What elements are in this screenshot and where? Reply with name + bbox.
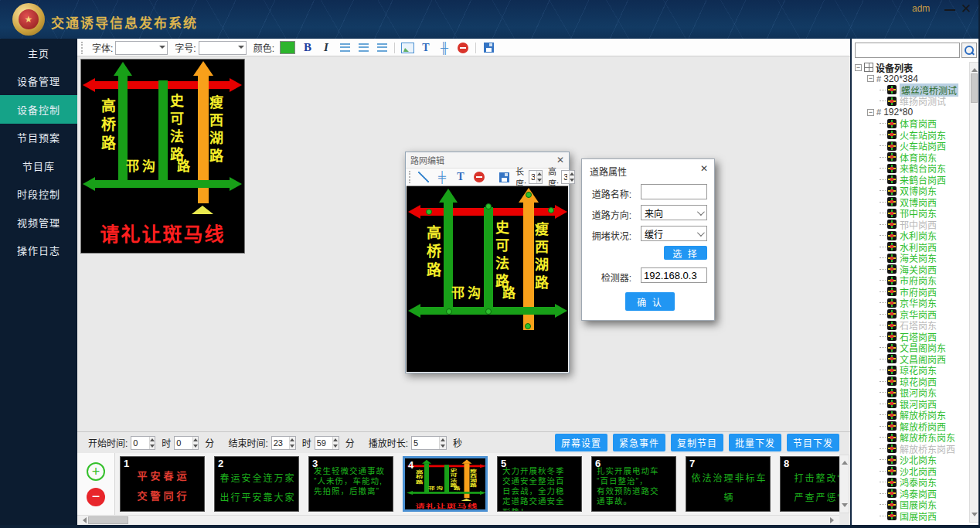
playlist-item[interactable]: 扎实开展电动车“百日整治”，有效预防道路交通事故。6 — [591, 456, 676, 512]
device-search-button[interactable] — [961, 43, 977, 58]
close-icon[interactable]: ✕ — [556, 155, 564, 165]
road-name-field[interactable] — [641, 184, 707, 199]
duration-input[interactable] — [412, 437, 439, 449]
italic-button[interactable]: I — [319, 41, 333, 55]
select-button[interactable]: 选 择 — [664, 246, 707, 260]
playlist-item[interactable]: 打击整改“灯严查严惩“机8 — [780, 456, 839, 512]
action-button[interactable]: 紧急事件 — [613, 434, 665, 451]
draw-line-button[interactable] — [417, 170, 430, 184]
close-icon[interactable]: ✕ — [700, 163, 708, 174]
spin-up-icon[interactable] — [193, 437, 199, 443]
device-search-input[interactable] — [855, 43, 960, 58]
playlist-item-text: 扎实开展电动车“百日整治”，有效预防道路交通事故。 — [592, 457, 675, 511]
road-button[interactable]: ╪ — [435, 170, 449, 184]
road-direction-select[interactable]: 来向 — [641, 205, 707, 220]
detector-field[interactable] — [641, 267, 707, 283]
length-input[interactable] — [529, 171, 536, 183]
collapse-toggle[interactable]: − — [867, 75, 874, 82]
congestion-select[interactable]: 缓行 — [641, 226, 707, 241]
sidebar-item[interactable]: 主页 — [0, 39, 77, 67]
device-tree-item[interactable]: 维扬岗测试 — [853, 96, 969, 107]
road-direction-value: 来向 — [645, 206, 663, 220]
spin-up-icon[interactable] — [333, 437, 339, 443]
playlist-item[interactable]: 大力开展秋冬季交通安全整治百日会战，全力稳定道路交通安全形势！5 — [497, 456, 582, 512]
scrollbar-thumb[interactable] — [971, 73, 978, 103]
spin-down-icon[interactable] — [333, 443, 339, 449]
color-swatch[interactable] — [280, 41, 295, 54]
playlist-item[interactable]: 平安春运交警同行1 — [120, 456, 205, 512]
align-center-button[interactable] — [356, 41, 370, 55]
sidebar-item[interactable]: 设备控制 — [0, 95, 77, 124]
save-button[interactable] — [481, 41, 495, 55]
end-min-input[interactable] — [315, 437, 332, 449]
align-left-button[interactable] — [338, 41, 352, 55]
sidebar-item[interactable]: 节目预案 — [0, 124, 77, 152]
led-preview-canvas[interactable]: 高桥路史可法路瘦西湖路邗沟路请礼让斑马线 — [80, 59, 245, 254]
edit-canvas[interactable]: 高桥路史可法路瘦西湖路邗沟路 — [407, 186, 568, 372]
spin-up-icon[interactable] — [537, 171, 542, 177]
save-button[interactable] — [497, 170, 511, 184]
minimize-icon[interactable] — [944, 9, 955, 11]
spin-down-icon[interactable] — [290, 443, 295, 449]
sidebar-item[interactable]: 节目库 — [0, 152, 77, 180]
bold-button[interactable]: B — [301, 41, 315, 55]
scroll-up-icon[interactable] — [842, 458, 848, 465]
add-program-button[interactable]: + — [87, 462, 105, 481]
arrow-head — [230, 78, 242, 92]
start-min-input[interactable] — [175, 437, 192, 449]
action-button[interactable]: 屏幕设置 — [555, 434, 607, 451]
spin-up-icon[interactable] — [150, 437, 155, 443]
sidebar-item[interactable]: 操作日志 — [0, 237, 77, 265]
scroll-up-icon[interactable] — [971, 65, 978, 72]
insert-text-button[interactable]: T — [454, 170, 468, 184]
insert-image-button[interactable] — [400, 41, 414, 55]
spin-down-icon[interactable] — [440, 443, 446, 449]
collapse-toggle[interactable]: − — [855, 64, 862, 71]
spin-down-icon[interactable] — [537, 177, 542, 183]
spin-up-icon[interactable] — [570, 171, 574, 177]
delete-button[interactable] — [456, 41, 470, 55]
min-unit: 分 — [205, 436, 214, 449]
spin-down-icon[interactable] — [150, 443, 155, 449]
playlist-horizontal-scrollbar[interactable] — [77, 515, 839, 526]
collapse-toggle[interactable]: − — [867, 109, 874, 116]
device-tree-item[interactable]: 国展岗西 — [853, 510, 969, 522]
font-size-dropdown[interactable] — [199, 41, 247, 55]
chevron-down-icon — [159, 46, 165, 52]
edit-window-titlebar[interactable]: 路网编辑 ✕ — [406, 152, 569, 168]
playlist-item[interactable]: 依法治理非标车辆净化城市交通环境7 — [686, 456, 771, 512]
remove-program-button[interactable]: − — [87, 488, 105, 506]
start-hour-input[interactable] — [131, 437, 148, 449]
spin-up-icon[interactable] — [440, 437, 446, 443]
insert-text-button[interactable]: T — [419, 41, 433, 55]
spin-down-icon[interactable] — [570, 177, 574, 183]
sidebar-item[interactable]: 设备管理 — [0, 67, 77, 96]
device-tree-root[interactable]: −设备列表 — [853, 62, 969, 73]
sidebar-item[interactable]: 时段控制 — [0, 180, 77, 209]
delete-button[interactable] — [472, 170, 486, 184]
scrollbar-thumb[interactable] — [88, 516, 128, 524]
spin-up-icon[interactable] — [290, 437, 295, 443]
tree-connector — [880, 359, 886, 359]
action-button[interactable]: 节目下发 — [787, 434, 839, 451]
road-network-button[interactable]: ╫ — [437, 41, 451, 55]
close-icon[interactable]: ✕ — [961, 1, 971, 17]
sidebar-item[interactable]: 视频管理 — [0, 208, 77, 237]
playlist-item[interactable]: 春运安全连万家出行平安靠大家2 — [214, 456, 299, 512]
end-hour-input[interactable] — [272, 437, 289, 449]
scroll-down-icon[interactable] — [971, 513, 978, 519]
font-family-dropdown[interactable] — [115, 41, 168, 55]
confirm-button[interactable]: 确 认 — [625, 292, 675, 311]
align-right-button[interactable] — [375, 41, 389, 55]
action-button[interactable]: 复制节目 — [671, 434, 723, 451]
action-button[interactable]: 批量下发 — [729, 434, 781, 451]
scroll-right-icon[interactable] — [830, 517, 837, 523]
spin-down-icon[interactable] — [193, 443, 199, 449]
scroll-down-icon[interactable] — [842, 503, 848, 510]
playlist-item-number: 8 — [784, 458, 789, 469]
height-input[interactable] — [562, 171, 569, 183]
playlist-vertical-scrollbar[interactable] — [839, 455, 849, 513]
playlist-item[interactable]: 发生轻微交通事故“人未伤，车能动,先拍照，后撤离”3 — [308, 456, 393, 512]
playlist-item[interactable]: 高桥路史可法路瘦西湖路邗沟路请礼让斑马线4 — [403, 456, 488, 512]
scroll-left-icon[interactable] — [80, 517, 87, 523]
